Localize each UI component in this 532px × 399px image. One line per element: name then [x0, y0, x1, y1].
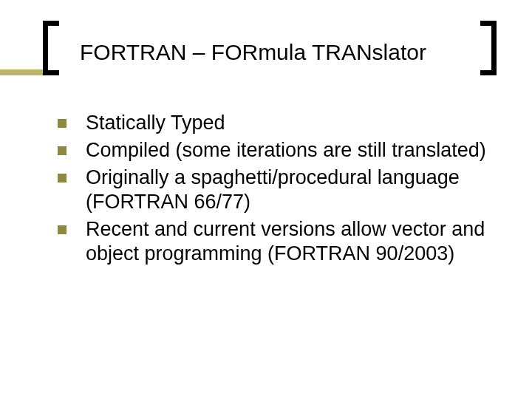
square-bullet-icon — [58, 225, 66, 234]
list-item: Recent and current versions allow vector… — [58, 217, 488, 266]
list-item-text: Recent and current versions allow vector… — [86, 217, 488, 266]
title-bracket-left — [43, 21, 59, 75]
square-bullet-icon — [58, 174, 66, 183]
list-item: Statically Typed — [58, 111, 488, 135]
square-bullet-icon — [58, 146, 66, 155]
square-bullet-icon — [58, 119, 66, 128]
list-item-text: Compiled (some iterations are still tran… — [86, 138, 486, 163]
list-item-text: Statically Typed — [86, 111, 225, 135]
accent-stripe — [0, 69, 43, 75]
list-item-text: Originally a spaghetti/procedural langua… — [86, 166, 488, 214]
list-item: Compiled (some iterations are still tran… — [58, 138, 488, 163]
slide-title: FORTRAN – FORmula TRANslator — [80, 40, 473, 65]
title-bracket-right — [480, 21, 497, 75]
list-item: Originally a spaghetti/procedural langua… — [58, 166, 488, 214]
bullet-list: Statically Typed Compiled (some iteratio… — [58, 111, 488, 269]
